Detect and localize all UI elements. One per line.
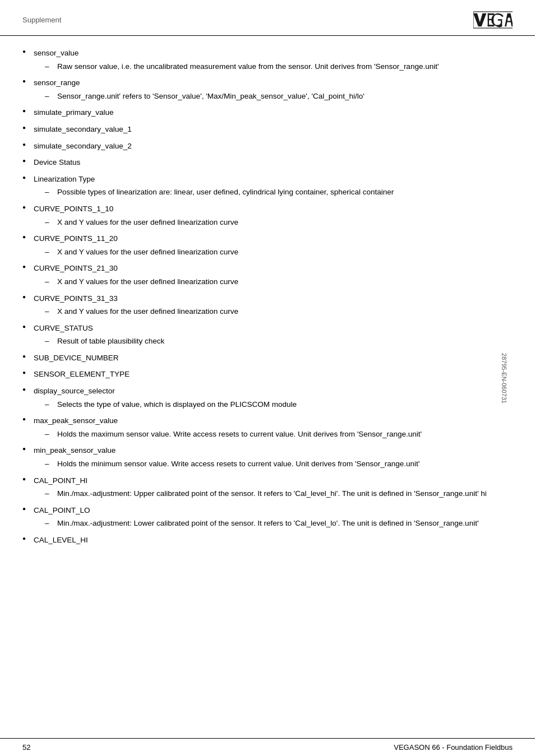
list-item-title: CURVE_POINTS_11_20 bbox=[34, 233, 513, 245]
svg-marker-0 bbox=[473, 13, 486, 26]
list-item-title: simulate_secondary_value_2 bbox=[34, 140, 513, 152]
sub-list: Min./max.-adjustment: Upper calibrated p… bbox=[45, 488, 513, 500]
list-item-simulate_primary_value: simulate_primary_value bbox=[22, 106, 513, 119]
list-item-cal_level_hi: CAL_LEVEL_HI bbox=[22, 534, 513, 546]
logo bbox=[473, 10, 513, 30]
list-item-title: min_peak_sensor_value bbox=[34, 444, 513, 457]
main-content: sensor_valueRaw sensor value, i.e. the u… bbox=[0, 47, 535, 585]
list-item-curve_points_21_30: CURVE_POINTS_21_30X and Y values for the… bbox=[22, 262, 513, 287]
sub-list-item: Result of table plausibility check bbox=[45, 335, 513, 347]
sub-list-item: X and Y values for the user defined line… bbox=[45, 276, 513, 288]
list-item-simulate_secondary_value_1: simulate_secondary_value_1 bbox=[22, 123, 513, 136]
list-item-display_source_selector: display_source_selectorSelects the type … bbox=[22, 385, 513, 410]
sub-list: Raw sensor value, i.e. the uncalibrated … bbox=[45, 61, 513, 73]
list-item-title: CAL_LEVEL_HI bbox=[34, 534, 513, 546]
sub-list-item: Sensor_range.unit' refers to 'Sensor_val… bbox=[45, 90, 513, 103]
footer-page-number: 52 bbox=[22, 743, 30, 752]
list-item-title: simulate_primary_value bbox=[34, 106, 513, 119]
svg-rect-6 bbox=[507, 21, 511, 22]
sub-list-item: Possible types of linearization are: lin… bbox=[45, 186, 513, 198]
list-item-title: simulate_secondary_value_1 bbox=[34, 123, 513, 136]
sub-list: Selects the type of value, which is disp… bbox=[45, 398, 513, 411]
sub-list-item: Raw sensor value, i.e. the uncalibrated … bbox=[45, 61, 513, 73]
header-title: Supplement bbox=[22, 16, 61, 24]
list-item-title: CURVE_POINTS_31_33 bbox=[34, 293, 513, 305]
list-item-sub_device_number: SUB_DEVICE_NUMBER bbox=[22, 352, 513, 364]
sub-list-item: X and Y values for the user defined line… bbox=[45, 216, 513, 229]
list-item-cal_point_hi: CAL_POINT_HIMin./max.-adjustment: Upper … bbox=[22, 475, 513, 500]
sub-list: Holds the maximum sensor value. Write ac… bbox=[45, 428, 513, 440]
list-item-title: CURVE_POINTS_1_10 bbox=[34, 203, 513, 215]
list-item-sensor_value: sensor_valueRaw sensor value, i.e. the u… bbox=[22, 47, 513, 72]
svg-marker-5 bbox=[505, 13, 513, 26]
sub-list: Result of table plausibility check bbox=[45, 335, 513, 347]
list-item-curve_points_31_33: CURVE_POINTS_31_33X and Y values for the… bbox=[22, 293, 513, 318]
page: Supplement sensor_valueR bbox=[0, 0, 535, 756]
main-list: sensor_valueRaw sensor value, i.e. the u… bbox=[22, 47, 513, 546]
list-item-title: CURVE_STATUS bbox=[34, 322, 513, 335]
sub-list: X and Y values for the user defined line… bbox=[45, 305, 513, 318]
list-item-title: SUB_DEVICE_NUMBER bbox=[34, 352, 513, 364]
list-item-title: Device Status bbox=[34, 156, 513, 169]
sub-list: Holds the minimum sensor value. Write ac… bbox=[45, 458, 513, 470]
list-item-max_peak_sensor_value: max_peak_sensor_valueHolds the maximum s… bbox=[22, 415, 513, 440]
vega-logo bbox=[473, 10, 513, 30]
list-item-simulate_secondary_value_2: simulate_secondary_value_2 bbox=[22, 140, 513, 152]
list-item-cal_point_lo: CAL_POINT_LOMin./max.-adjustment: Lower … bbox=[22, 504, 513, 530]
list-item-sensor_range: sensor_rangeSensor_range.unit' refers to… bbox=[22, 77, 513, 102]
sub-list: Possible types of linearization are: lin… bbox=[45, 186, 513, 198]
sub-list: X and Y values for the user defined line… bbox=[45, 216, 513, 229]
sub-list: X and Y values for the user defined line… bbox=[45, 276, 513, 288]
sub-list-item: Selects the type of value, which is disp… bbox=[45, 398, 513, 411]
list-item-sensor_element_type: SENSOR_ELEMENT_TYPE bbox=[22, 368, 513, 381]
list-item-curve_status: CURVE_STATUSResult of table plausibility… bbox=[22, 322, 513, 347]
list-item-title: display_source_selector bbox=[34, 385, 513, 397]
list-item-title: max_peak_sensor_value bbox=[34, 415, 513, 427]
list-item-linearization_type: Linearization TypePossible types of line… bbox=[22, 173, 513, 198]
list-item-title: SENSOR_ELEMENT_TYPE bbox=[34, 368, 513, 381]
list-item-curve_points_1_10: CURVE_POINTS_1_10X and Y values for the … bbox=[22, 203, 513, 228]
list-item-min_peak_sensor_value: min_peak_sensor_valueHolds the minimum s… bbox=[22, 444, 513, 470]
sub-list-item: Holds the maximum sensor value. Write ac… bbox=[45, 428, 513, 440]
list-item-title: CAL_POINT_HI bbox=[34, 475, 513, 487]
sub-list: X and Y values for the user defined line… bbox=[45, 246, 513, 258]
list-item-title: sensor_range bbox=[34, 77, 513, 89]
list-item-title: CAL_POINT_LO bbox=[34, 504, 513, 517]
sub-list: Min./max.-adjustment: Lower calibrated p… bbox=[45, 517, 513, 530]
side-document-id: 28795-EN-060731 bbox=[501, 353, 508, 403]
footer-document-title: VEGASON 66 - Foundation Fieldbus bbox=[394, 743, 513, 752]
footer: 52 VEGASON 66 - Foundation Fieldbus bbox=[0, 738, 535, 756]
sub-list-item: Holds the minimum sensor value. Write ac… bbox=[45, 458, 513, 470]
list-item-device_status: Device Status bbox=[22, 156, 513, 169]
list-item-curve_points_11_20: CURVE_POINTS_11_20X and Y values for the… bbox=[22, 233, 513, 258]
list-item-title: sensor_value bbox=[34, 47, 513, 59]
svg-rect-4 bbox=[488, 25, 495, 26]
sub-list: Sensor_range.unit' refers to 'Sensor_val… bbox=[45, 90, 513, 103]
sub-list-item: Min./max.-adjustment: Upper calibrated p… bbox=[45, 488, 513, 500]
header: Supplement bbox=[0, 0, 535, 36]
sub-list-item: Min./max.-adjustment: Lower calibrated p… bbox=[45, 517, 513, 530]
list-item-title: Linearization Type bbox=[34, 173, 513, 185]
sub-list-item: X and Y values for the user defined line… bbox=[45, 246, 513, 258]
sub-list-item: X and Y values for the user defined line… bbox=[45, 305, 513, 318]
list-item-title: CURVE_POINTS_21_30 bbox=[34, 262, 513, 275]
